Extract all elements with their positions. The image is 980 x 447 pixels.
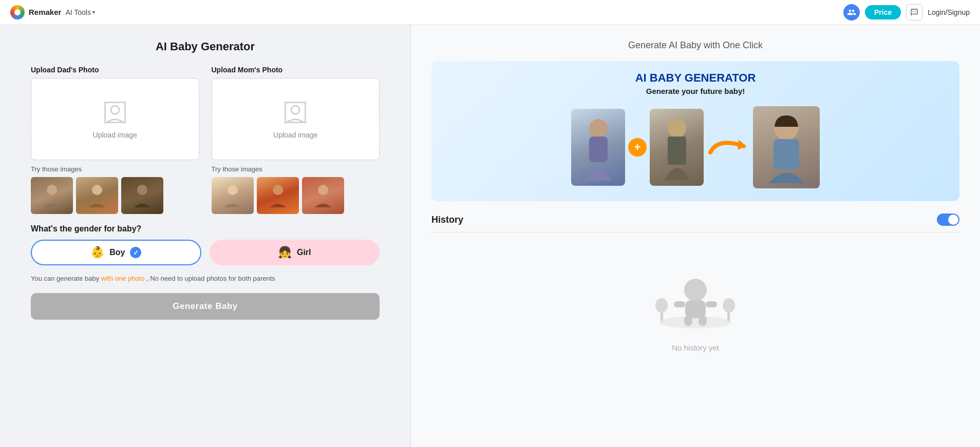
boy-icon: 👶 [90, 246, 104, 259]
mom-sample-2[interactable] [257, 177, 299, 214]
empty-illustration [649, 263, 742, 335]
generate-button[interactable]: Generate Baby [31, 293, 380, 320]
girl-icon: 👧 [278, 246, 292, 259]
mom-sample-3[interactable] [302, 177, 344, 214]
dad-upload-box[interactable]: Upload image [31, 78, 199, 160]
toggle-knob [948, 215, 958, 225]
svg-point-18 [589, 119, 608, 138]
promo-dad-silhouette [662, 114, 692, 181]
svg-point-6 [47, 185, 57, 195]
price-button[interactable]: Price [865, 5, 901, 20]
svg-point-35 [723, 298, 735, 313]
promo-baby-silhouette [763, 111, 809, 183]
feedback-button[interactable] [906, 4, 922, 21]
svg-rect-28 [684, 316, 692, 326]
chevron-down-icon: ▾ [92, 9, 95, 15]
svg-point-15 [228, 185, 238, 195]
dad-upload-label: Upload Dad's Photo [31, 66, 199, 74]
history-divider [431, 232, 959, 232]
mom-upload-box[interactable]: Upload image [212, 78, 380, 160]
page-title: AI Baby Generator [31, 40, 380, 53]
main-container: AI Baby Generator Upload Dad's Photo [0, 25, 980, 447]
upload-row: Upload Dad's Photo Upload im [31, 66, 380, 214]
dad-try-label: Try those images [31, 165, 199, 173]
promo-mom-silhouette [583, 114, 614, 181]
feedback-icon [910, 8, 918, 16]
check-icon: ✓ [130, 247, 141, 258]
dad-sample-2[interactable] [76, 177, 118, 214]
svg-point-1 [111, 106, 119, 114]
header: Remaker AI Tools ▾ Price Login/Signup [0, 0, 980, 25]
svg-point-10 [291, 106, 299, 114]
gender-row: 👶 Boy ✓ 👧 Girl [31, 240, 380, 265]
mom-try-label: Try those images [212, 165, 380, 173]
svg-rect-21 [668, 137, 686, 165]
mom-sample-1[interactable] [212, 177, 254, 214]
history-row: History [431, 213, 959, 226]
mom-sample-images [212, 177, 380, 214]
right-panel: Generate AI Baby with One Click AI BABY … [411, 25, 980, 447]
info-text: You can generate baby with one photo , N… [31, 274, 380, 284]
login-button[interactable]: Login/Signup [928, 8, 970, 16]
users-icon [847, 8, 856, 17]
promo-baby-img [753, 106, 820, 188]
logo-icon [10, 5, 25, 20]
promo-subtitle: Generate your future baby! [442, 87, 949, 95]
left-panel: AI Baby Generator Upload Dad's Photo [0, 25, 411, 447]
svg-point-17 [318, 185, 328, 195]
ai-tools-menu[interactable]: AI Tools ▾ [65, 8, 95, 16]
mom-upload-icon [282, 99, 309, 126]
svg-point-20 [668, 119, 686, 138]
svg-rect-24 [774, 139, 799, 170]
empty-state-svg [649, 263, 742, 330]
svg-rect-19 [589, 137, 608, 162]
girl-button[interactable]: 👧 Girl [210, 240, 380, 265]
svg-point-7 [92, 185, 102, 195]
promo-title: AI BABY GENERATOR [442, 71, 949, 85]
boy-label: Boy [109, 248, 125, 257]
mom-upload-text: Upload image [273, 131, 317, 139]
info-link[interactable]: with one photo [101, 275, 145, 282]
mom-upload-label: Upload Mom's Photo [212, 66, 380, 74]
svg-rect-31 [706, 301, 717, 307]
dad-upload-col: Upload Dad's Photo Upload im [31, 66, 199, 214]
dad-upload-text: Upload image [93, 131, 137, 139]
right-panel-title: Generate AI Baby with One Click [431, 40, 959, 51]
no-history-text: No history yet [672, 343, 719, 352]
dad-sample-1[interactable] [31, 177, 73, 214]
promo-mom-img [571, 109, 625, 186]
svg-rect-30 [674, 301, 685, 307]
boy-button[interactable]: 👶 Boy ✓ [31, 240, 201, 265]
dad-sample-3[interactable] [121, 177, 163, 214]
svg-point-33 [655, 298, 668, 313]
arrow-container [704, 132, 753, 163]
header-right: Price Login/Signup [843, 4, 970, 21]
svg-point-8 [137, 185, 147, 195]
girl-label: Girl [297, 248, 311, 257]
gender-title: What's the gender for baby? [31, 224, 380, 234]
dad-upload-icon [102, 99, 128, 126]
history-toggle[interactable] [937, 213, 959, 226]
brand-name: Remaker [29, 8, 61, 16]
arrow-icon [708, 132, 749, 163]
plus-circle: + [628, 138, 647, 157]
svg-point-16 [273, 185, 283, 195]
mom-upload-col: Upload Mom's Photo Upload im [212, 66, 380, 214]
promo-dad-img [650, 109, 704, 186]
svg-rect-27 [685, 300, 706, 318]
header-left: Remaker AI Tools ▾ [10, 5, 95, 20]
dad-sample-images [31, 177, 199, 214]
promo-images: + [442, 104, 949, 191]
users-icon-button[interactable] [843, 4, 860, 21]
svg-point-26 [684, 279, 707, 301]
history-label: History [431, 215, 463, 225]
history-empty: No history yet [431, 243, 959, 373]
promo-banner: AI BABY GENERATOR Generate your future b… [431, 61, 959, 201]
svg-rect-29 [699, 316, 707, 326]
